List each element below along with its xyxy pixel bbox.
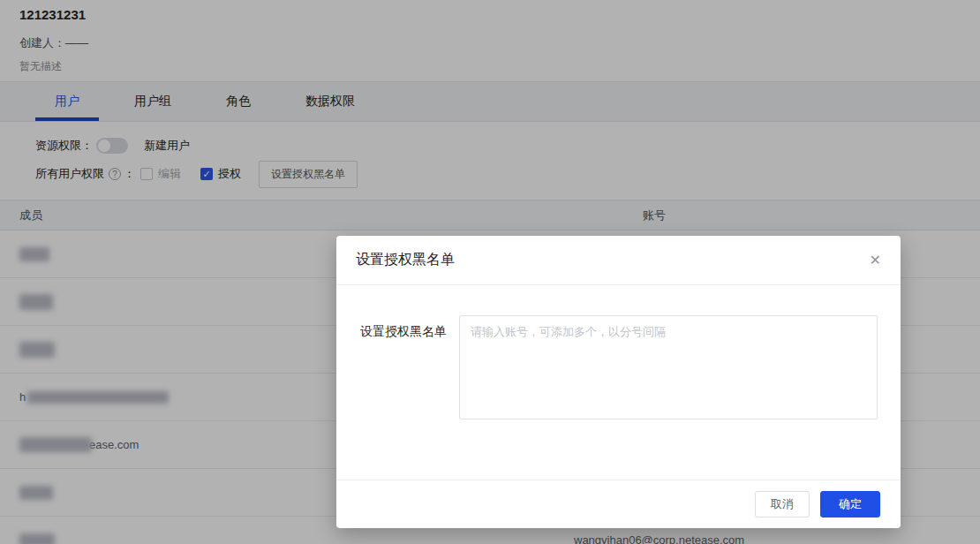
confirm-button[interactable]: 确定 (820, 491, 880, 518)
blacklist-input[interactable] (459, 315, 878, 419)
cancel-button[interactable]: 取消 (755, 491, 810, 518)
modal-title: 设置授权黑名单 (356, 251, 455, 269)
modal-footer: 取消 确定 (336, 480, 901, 528)
close-icon[interactable]: ✕ (870, 253, 881, 268)
modal-header: 设置授权黑名单 ✕ (336, 236, 901, 285)
modal-body: 设置授权黑名单 (336, 285, 901, 419)
blacklist-modal: 设置授权黑名单 ✕ 设置授权黑名单 取消 确定 (336, 236, 901, 528)
blacklist-field-label: 设置授权黑名单 (360, 315, 447, 419)
app-screen: 121231231 创建人：—— 暂无描述 用户 用户组 角色 数据权限 资源权… (0, 0, 980, 544)
